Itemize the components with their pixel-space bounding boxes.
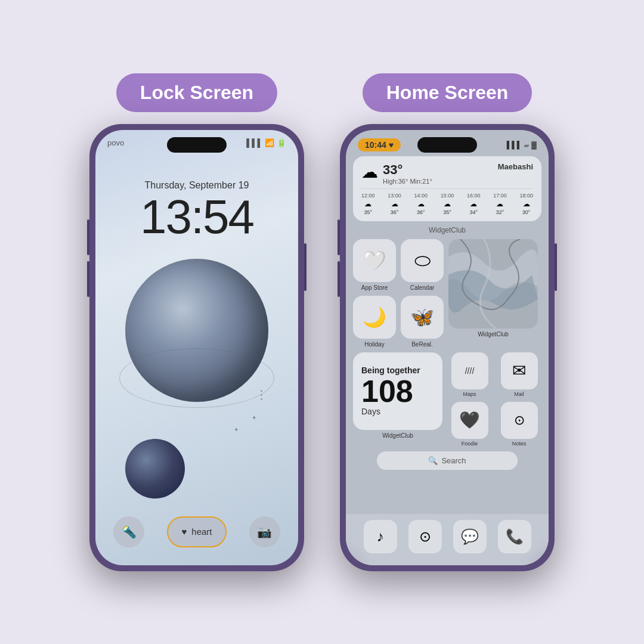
weather-top: ☁ 33° High:36° Min:21° Maebashi: [361, 162, 533, 185]
small-app-grid: //// Maps ✉ Mail 🖤 Foodie: [447, 352, 541, 447]
bereal-icon: 🦋: [401, 296, 444, 339]
notes-icon: ⊙: [501, 402, 538, 439]
weather-hour-0: 12:00 ☁ 35°: [361, 193, 375, 215]
mail-cell[interactable]: ✉ Mail: [497, 352, 541, 397]
home-content: ☁ 33° High:36° Min:21° Maebashi: [346, 151, 549, 514]
home-screen-label: Home Screen: [363, 73, 532, 112]
planet-small: [125, 439, 185, 499]
weather-hour-5: 17:00 ☁ 32°: [493, 193, 507, 215]
foodie-icon: 🖤: [451, 402, 488, 439]
lock-time: 13:54: [95, 193, 298, 241]
bereal-cell[interactable]: 🦋 BeReal.: [401, 296, 444, 348]
lock-screen-section: Lock Screen povo ▌▌▌ 📶 🔋 Thursday, Septe…: [89, 73, 304, 571]
large-image-widget[interactable]: [448, 239, 538, 329]
count-unit: Days: [361, 407, 434, 416]
camera-icon: 📷: [257, 525, 272, 539]
home-time: 10:44: [365, 140, 386, 150]
flashlight-icon: 🔦: [122, 525, 137, 539]
camera-button[interactable]: 📷: [249, 516, 280, 547]
calendar-cell[interactable]: ⬭ Calendar: [401, 239, 444, 291]
star-icon-1: ✦: [252, 414, 256, 421]
flashlight-button[interactable]: 🔦: [113, 516, 144, 547]
notes-cell[interactable]: ⊙ Notes: [497, 402, 541, 447]
holiday-icon: 🌙: [353, 296, 396, 339]
home-heart-icon: ♥: [389, 140, 394, 150]
lock-screen: povo ▌▌▌ 📶 🔋 Thursday, September 19 13:5…: [95, 130, 298, 565]
search-bar[interactable]: 🔍 Search: [377, 451, 518, 470]
volume-up-button[interactable]: [87, 219, 89, 255]
holiday-label: Holiday: [364, 341, 384, 348]
lock-screen-label: Lock Screen: [116, 73, 277, 112]
lock-wallpaper: ✦ ✦: [95, 241, 298, 516]
calendar-label: Calendar: [410, 284, 435, 291]
weather-cloud-icon: ☁: [361, 162, 378, 182]
lock-phone-frame: povo ▌▌▌ 📶 🔋 Thursday, September 19 13:5…: [89, 124, 304, 571]
count-widget[interactable]: Being together 108 Days: [353, 352, 442, 430]
home-screen: 10:44 ♥ ▌▌▌ 𝓌 ▓ ☁: [346, 130, 549, 565]
dynamic-island-home: [417, 137, 477, 153]
weather-minmax: High:36° Min:21°: [383, 178, 432, 185]
carrier-text: povo: [107, 138, 124, 147]
home-volume-down-button[interactable]: [338, 261, 340, 297]
home-power-button[interactable]: [555, 243, 557, 291]
app-store-icon: 🤍: [353, 239, 396, 282]
weather-hourly: 12:00 ☁ 35° 13:00 ☁ 36° 14:00: [361, 188, 533, 215]
notes-label: Notes: [512, 441, 527, 447]
weather-city: Maebashi: [498, 162, 533, 171]
count-number: 108: [361, 376, 434, 407]
power-button[interactable]: [304, 243, 306, 291]
bereal-label: BeReal.: [411, 341, 433, 348]
search-icon: 🔍: [428, 456, 438, 465]
weather-hour-6: 18:00 ☁ 30°: [519, 193, 533, 215]
signal-icon: ▌▌▌: [507, 141, 522, 149]
large-widget-label: WidgetClub: [478, 331, 509, 338]
orbit-dots: [261, 390, 262, 400]
maps-icon: ////: [451, 352, 488, 389]
heart-label: heart: [191, 527, 212, 537]
lock-date: Thursday, September 19: [95, 180, 298, 191]
wifi-icon: 𝓌: [524, 141, 529, 149]
weather-hour-3: 15:00 ☁ 35°: [441, 193, 454, 215]
planet-orbit: [119, 348, 274, 408]
dynamic-island-lock: [167, 137, 227, 153]
weather-widget[interactable]: ☁ 33° High:36° Min:21° Maebashi: [353, 156, 541, 221]
home-phone-frame: 10:44 ♥ ▌▌▌ 𝓌 ▓ ☁: [340, 124, 555, 571]
foodie-cell[interactable]: 🖤 Foodie: [447, 402, 492, 447]
count-widget-label: WidgetClub: [382, 432, 413, 439]
home-volume-up-button[interactable]: [338, 219, 340, 255]
mail-label: Mail: [514, 391, 524, 397]
dock: ♪ ⊙ 💬 📞: [346, 514, 549, 565]
music-dock-icon[interactable]: ♪: [364, 520, 397, 553]
volume-down-button[interactable]: [87, 261, 89, 297]
app-grid-row-1: 🤍 App Store 🌙 Holiday ⬭ Calendar: [353, 239, 541, 348]
lock-status-icons: ▌▌▌ 📶 🔋: [246, 138, 286, 147]
home-status-right: ▌▌▌ 𝓌 ▓: [507, 141, 537, 149]
weather-hour-4: 16:00 ☁ 34°: [467, 193, 481, 215]
app-store-label: App Store: [361, 284, 388, 291]
mail-icon: ✉: [501, 352, 538, 389]
holiday-cell[interactable]: 🌙 Holiday: [353, 296, 396, 348]
calendar-icon: ⬭: [401, 239, 444, 282]
heart-icon: ♥: [181, 527, 187, 537]
battery-icon: ▓: [531, 141, 537, 149]
app-store-cell[interactable]: 🤍 App Store: [353, 239, 396, 291]
weather-hour-1: 13:00 ☁ 36°: [388, 193, 401, 215]
lock-bottom-controls: 🔦 ♥ heart 📷: [95, 516, 298, 565]
maps-label: Maps: [463, 391, 476, 397]
home-time-pill: 10:44 ♥: [358, 138, 401, 151]
search-label: Search: [441, 456, 466, 465]
home-screen-section: Home Screen 10:44 ♥ ▌▌▌ 𝓌 ▓: [340, 73, 555, 571]
widgetclub-label: WidgetClub: [353, 226, 541, 234]
weather-left: ☁ 33° High:36° Min:21°: [361, 162, 432, 185]
maps-cell[interactable]: //// Maps: [447, 352, 492, 397]
phone-dock-icon[interactable]: 📞: [498, 520, 531, 553]
weather-hour-2: 14:00 ☁ 36°: [414, 193, 428, 215]
messages-dock-icon[interactable]: 💬: [453, 520, 487, 553]
foodie-label: Foodie: [462, 441, 478, 447]
compass-dock-icon[interactable]: ⊙: [408, 520, 442, 553]
bottom-row: Being together 108 Days WidgetClub //// …: [353, 352, 541, 447]
star-icon-2: ✦: [234, 426, 239, 433]
heart-button[interactable]: ♥ heart: [167, 516, 226, 547]
weather-temp: 33°: [383, 162, 432, 178]
